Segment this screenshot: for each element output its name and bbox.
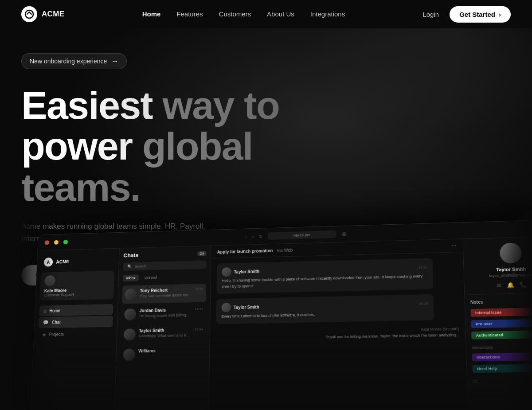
- mockup-fade-overlay: [21, 335, 532, 410]
- login-button[interactable]: Login: [422, 11, 439, 18]
- url-bar: nextui.pro: [268, 230, 336, 240]
- mock-nav-chat: 💬 Chat: [39, 316, 113, 328]
- mock-chat-item: Tony Reichert Hey, can someone assist me…: [122, 284, 206, 304]
- navbar: ACME Home Features Customers About Us In…: [0, 0, 532, 28]
- mock-message: Taylor Smith 15:20 Every time I attempt …: [216, 294, 434, 324]
- nav-customers[interactable]: Customers: [219, 10, 251, 18]
- mock-profile-avatar: [499, 242, 522, 263]
- nav-features[interactable]: Features: [176, 10, 203, 18]
- logo-text: ACME: [42, 10, 64, 19]
- get-started-button[interactable]: Get Started: [21, 265, 88, 285]
- plans-arrow-icon: →: [157, 271, 164, 279]
- mock-nav-home: ⌂ Home: [39, 304, 113, 316]
- badge-pill[interactable]: New onboarding experience →: [21, 53, 127, 69]
- mock-tag-need-help: Need Help: [472, 364, 532, 373]
- mock-chat-item: Jordan Davis I'm facing issues with bill…: [121, 304, 206, 324]
- headline-line1: Easiest way to: [21, 83, 279, 127]
- nav-right: Login Get Started ›: [422, 6, 511, 23]
- badge-arrow-icon: →: [111, 57, 118, 65]
- nav-get-started-button[interactable]: Get Started ›: [450, 6, 511, 23]
- nav-links: Home Features Customers About Us Integra…: [142, 10, 345, 18]
- arrow-icon: ›: [499, 11, 501, 18]
- mock-nav-projects: ◈ Projects: [38, 328, 113, 340]
- logo-icon: [21, 6, 37, 22]
- mock-right-panel: Taylor Smith taylor_smith@gmail.com ✉ 🔔 …: [462, 236, 532, 410]
- mock-tag-auth: Authenticated: [471, 330, 532, 340]
- mock-chat-item: Williams: [120, 344, 205, 364]
- hero-subtitle: Acme makes running global teams simple. …: [21, 220, 234, 245]
- mockup-fade-right: [505, 211, 532, 410]
- nav-about[interactable]: About Us: [267, 10, 294, 18]
- logo[interactable]: ACME: [21, 6, 64, 22]
- see-plans-button[interactable]: See our plans →: [96, 265, 177, 286]
- mock-chat-item: Taylor Smith Greetings! What seems to be…: [121, 324, 206, 344]
- nav-integrations[interactable]: Integrations: [310, 10, 345, 18]
- badge-text: New onboarding experience: [30, 58, 107, 65]
- mock-tag-pro: Pro user: [471, 319, 532, 328]
- cta-row: Get Started See our plans →: [21, 265, 511, 286]
- headline-line2: power global teams.: [21, 124, 253, 209]
- mockup-window: ‹ › ↻ nextui.pro ⊕ 🔔 + A ACME: [30, 219, 532, 410]
- svg-point-0: [25, 10, 33, 18]
- mock-tag-internal: Internal Issue: [470, 307, 532, 316]
- hero-headline: Easiest way to power global teams.: [21, 85, 296, 208]
- hero-section: New onboarding experience → Easiest way …: [0, 28, 532, 410]
- mock-tag-interactions: Interactions: [472, 352, 532, 362]
- mockup-body: A ACME Kate Moore Customer Support ⌂ Hom…: [30, 236, 532, 410]
- nav-home[interactable]: Home: [142, 10, 161, 18]
